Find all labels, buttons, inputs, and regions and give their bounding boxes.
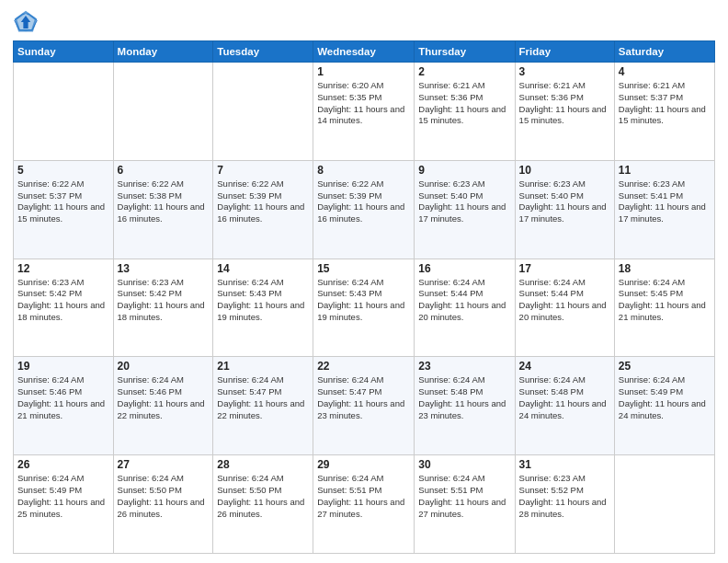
day-number: 30: [418, 458, 510, 471]
day-cell: 16Sunrise: 6:24 AM Sunset: 5:44 PM Dayli…: [415, 259, 515, 357]
day-number: 16: [418, 262, 510, 275]
day-number: 21: [217, 360, 309, 373]
day-cell: 26Sunrise: 6:24 AM Sunset: 5:49 PM Dayli…: [14, 455, 114, 554]
day-info: Sunrise: 6:23 AM Sunset: 5:42 PM Dayligh…: [118, 277, 210, 324]
logo-icon: [13, 9, 39, 35]
day-cell: 1Sunrise: 6:20 AM Sunset: 5:35 PM Daylig…: [313, 63, 415, 161]
day-number: 20: [118, 360, 210, 373]
day-info: Sunrise: 6:24 AM Sunset: 5:50 PM Dayligh…: [217, 473, 309, 520]
day-cell: 30Sunrise: 6:24 AM Sunset: 5:51 PM Dayli…: [415, 455, 515, 554]
day-info: Sunrise: 6:21 AM Sunset: 5:37 PM Dayligh…: [619, 80, 711, 127]
day-info: Sunrise: 6:24 AM Sunset: 5:50 PM Dayligh…: [118, 473, 210, 520]
weekday-monday: Monday: [113, 41, 213, 63]
weekday-tuesday: Tuesday: [213, 41, 313, 63]
day-number: 1: [317, 65, 410, 78]
day-info: Sunrise: 6:24 AM Sunset: 5:51 PM Dayligh…: [317, 473, 410, 520]
day-cell: 21Sunrise: 6:24 AM Sunset: 5:47 PM Dayli…: [213, 357, 313, 455]
day-info: Sunrise: 6:24 AM Sunset: 5:44 PM Dayligh…: [519, 277, 610, 324]
day-cell: 7Sunrise: 6:22 AM Sunset: 5:39 PM Daylig…: [213, 160, 313, 259]
day-cell: 27Sunrise: 6:24 AM Sunset: 5:50 PM Dayli…: [113, 455, 213, 554]
week-row-5: 26Sunrise: 6:24 AM Sunset: 5:49 PM Dayli…: [14, 455, 715, 554]
week-row-4: 19Sunrise: 6:24 AM Sunset: 5:46 PM Dayli…: [14, 357, 715, 455]
day-number: 3: [519, 65, 610, 78]
day-number: 5: [17, 164, 109, 177]
day-cell: [213, 63, 313, 161]
weekday-saturday: Saturday: [614, 41, 714, 63]
day-number: 6: [118, 164, 210, 177]
day-cell: 25Sunrise: 6:24 AM Sunset: 5:49 PM Dayli…: [614, 357, 714, 455]
day-cell: 11Sunrise: 6:23 AM Sunset: 5:41 PM Dayli…: [614, 160, 714, 259]
day-cell: 23Sunrise: 6:24 AM Sunset: 5:48 PM Dayli…: [415, 357, 515, 455]
day-info: Sunrise: 6:23 AM Sunset: 5:42 PM Dayligh…: [17, 277, 109, 324]
day-cell: 2Sunrise: 6:21 AM Sunset: 5:36 PM Daylig…: [415, 63, 515, 161]
day-number: 13: [118, 262, 210, 275]
day-number: 18: [619, 262, 711, 275]
day-cell: 15Sunrise: 6:24 AM Sunset: 5:43 PM Dayli…: [313, 259, 415, 357]
day-cell: 14Sunrise: 6:24 AM Sunset: 5:43 PM Dayli…: [213, 259, 313, 357]
day-info: Sunrise: 6:22 AM Sunset: 5:39 PM Dayligh…: [217, 178, 309, 225]
day-cell: 22Sunrise: 6:24 AM Sunset: 5:47 PM Dayli…: [313, 357, 415, 455]
day-cell: 5Sunrise: 6:22 AM Sunset: 5:37 PM Daylig…: [14, 160, 114, 259]
day-info: Sunrise: 6:22 AM Sunset: 5:38 PM Dayligh…: [118, 178, 210, 225]
day-number: 12: [17, 262, 109, 275]
day-info: Sunrise: 6:23 AM Sunset: 5:40 PM Dayligh…: [519, 178, 610, 225]
weekday-friday: Friday: [515, 41, 614, 63]
day-cell: 12Sunrise: 6:23 AM Sunset: 5:42 PM Dayli…: [14, 259, 114, 357]
day-number: 31: [519, 458, 610, 471]
day-info: Sunrise: 6:22 AM Sunset: 5:37 PM Dayligh…: [17, 178, 109, 225]
day-info: Sunrise: 6:24 AM Sunset: 5:43 PM Dayligh…: [217, 277, 309, 324]
day-number: 23: [418, 360, 510, 373]
day-cell: [14, 63, 114, 161]
day-cell: 9Sunrise: 6:23 AM Sunset: 5:40 PM Daylig…: [415, 160, 515, 259]
header: [13, 9, 715, 35]
day-info: Sunrise: 6:23 AM Sunset: 5:41 PM Dayligh…: [619, 178, 711, 225]
weekday-thursday: Thursday: [415, 41, 515, 63]
day-info: Sunrise: 6:24 AM Sunset: 5:45 PM Dayligh…: [619, 277, 711, 324]
day-info: Sunrise: 6:22 AM Sunset: 5:39 PM Dayligh…: [317, 178, 410, 225]
day-cell: 4Sunrise: 6:21 AM Sunset: 5:37 PM Daylig…: [614, 63, 714, 161]
day-info: Sunrise: 6:24 AM Sunset: 5:49 PM Dayligh…: [17, 473, 109, 520]
day-number: 19: [17, 360, 109, 373]
day-cell: 17Sunrise: 6:24 AM Sunset: 5:44 PM Dayli…: [515, 259, 614, 357]
week-row-3: 12Sunrise: 6:23 AM Sunset: 5:42 PM Dayli…: [14, 259, 715, 357]
day-number: 17: [519, 262, 610, 275]
day-info: Sunrise: 6:24 AM Sunset: 5:48 PM Dayligh…: [519, 374, 610, 421]
day-number: 24: [519, 360, 610, 373]
day-number: 22: [317, 360, 410, 373]
day-cell: [113, 63, 213, 161]
day-info: Sunrise: 6:24 AM Sunset: 5:47 PM Dayligh…: [317, 374, 410, 421]
day-number: 14: [217, 262, 309, 275]
day-info: Sunrise: 6:24 AM Sunset: 5:47 PM Dayligh…: [217, 374, 309, 421]
day-number: 10: [519, 164, 610, 177]
day-number: 28: [217, 458, 309, 471]
day-cell: 24Sunrise: 6:24 AM Sunset: 5:48 PM Dayli…: [515, 357, 614, 455]
day-number: 7: [217, 164, 309, 177]
day-info: Sunrise: 6:24 AM Sunset: 5:51 PM Dayligh…: [418, 473, 510, 520]
day-number: 8: [317, 164, 410, 177]
day-info: Sunrise: 6:24 AM Sunset: 5:48 PM Dayligh…: [418, 374, 510, 421]
day-cell: [614, 455, 714, 554]
day-info: Sunrise: 6:20 AM Sunset: 5:35 PM Dayligh…: [317, 80, 410, 127]
day-cell: 20Sunrise: 6:24 AM Sunset: 5:46 PM Dayli…: [113, 357, 213, 455]
day-info: Sunrise: 6:23 AM Sunset: 5:40 PM Dayligh…: [418, 178, 510, 225]
day-cell: 13Sunrise: 6:23 AM Sunset: 5:42 PM Dayli…: [113, 259, 213, 357]
day-cell: 8Sunrise: 6:22 AM Sunset: 5:39 PM Daylig…: [313, 160, 415, 259]
day-cell: 19Sunrise: 6:24 AM Sunset: 5:46 PM Dayli…: [14, 357, 114, 455]
day-number: 26: [17, 458, 109, 471]
page: SundayMondayTuesdayWednesdayThursdayFrid…: [0, 0, 728, 563]
day-number: 29: [317, 458, 410, 471]
day-number: 9: [418, 164, 510, 177]
day-info: Sunrise: 6:21 AM Sunset: 5:36 PM Dayligh…: [418, 80, 510, 127]
weekday-wednesday: Wednesday: [313, 41, 415, 63]
day-cell: 6Sunrise: 6:22 AM Sunset: 5:38 PM Daylig…: [113, 160, 213, 259]
day-cell: 28Sunrise: 6:24 AM Sunset: 5:50 PM Dayli…: [213, 455, 313, 554]
day-info: Sunrise: 6:21 AM Sunset: 5:36 PM Dayligh…: [519, 80, 610, 127]
weekday-sunday: Sunday: [14, 41, 114, 63]
day-cell: 29Sunrise: 6:24 AM Sunset: 5:51 PM Dayli…: [313, 455, 415, 554]
week-row-2: 5Sunrise: 6:22 AM Sunset: 5:37 PM Daylig…: [14, 160, 715, 259]
day-cell: 18Sunrise: 6:24 AM Sunset: 5:45 PM Dayli…: [614, 259, 714, 357]
day-number: 15: [317, 262, 410, 275]
day-cell: 10Sunrise: 6:23 AM Sunset: 5:40 PM Dayli…: [515, 160, 614, 259]
day-number: 2: [418, 65, 510, 78]
logo: [13, 9, 42, 35]
